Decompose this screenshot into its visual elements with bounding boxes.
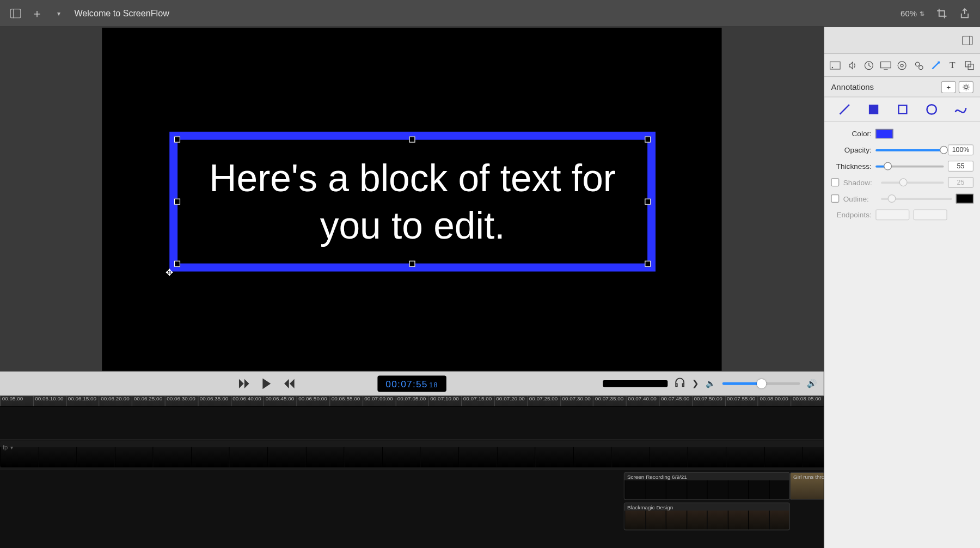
opacity-slider[interactable] xyxy=(875,149,944,151)
svg-point-11 xyxy=(919,65,923,69)
clip-main-video[interactable] xyxy=(0,441,824,467)
track-2[interactable]: Screen Recording 6/9/21 Girl runs throug… xyxy=(0,471,824,501)
tab-text[interactable]: T xyxy=(946,58,959,72)
zoom-level[interactable]: 60% ⇅ xyxy=(901,9,925,18)
track-header[interactable]: fp ▾ xyxy=(3,444,13,450)
add-action-button[interactable]: + xyxy=(941,81,956,93)
thickness-value[interactable]: 55 xyxy=(948,161,973,172)
audio-waveform-preview xyxy=(603,380,667,387)
ruler-tick[interactable]: 00:07:20:00 xyxy=(494,396,528,406)
ruler-tick[interactable]: 00:08:05:00 xyxy=(791,396,824,406)
ruler-tick[interactable]: 00:06:15:00 xyxy=(66,396,99,406)
shape-rect[interactable] xyxy=(895,102,910,117)
ruler-tick[interactable]: 00:07:25:00 xyxy=(527,396,560,406)
shape-circle[interactable] xyxy=(924,102,939,117)
skip-back-button[interactable] xyxy=(236,376,251,391)
preview-canvas[interactable]: Here's a block of text for you to edit. … xyxy=(102,28,721,371)
resize-handle-se[interactable] xyxy=(645,261,651,267)
prop-label: Shadow: xyxy=(843,178,877,186)
add-menu-chevron-icon[interactable]: ▾ xyxy=(53,7,65,19)
resize-handle-n[interactable] xyxy=(409,136,415,142)
crop-icon[interactable] xyxy=(936,7,948,19)
ruler-tick[interactable]: 00:06:35:00 xyxy=(198,396,231,406)
color-swatch[interactable] xyxy=(875,129,893,138)
thickness-slider[interactable] xyxy=(875,165,944,167)
ruler-tick[interactable]: 00:07:50:00 xyxy=(692,396,725,406)
ruler-tick[interactable]: 00:06:30:00 xyxy=(165,396,198,406)
ruler-tick[interactable]: 00:06:10:00 xyxy=(33,396,66,406)
resize-handle-sw[interactable] xyxy=(174,261,180,267)
outline-color-swatch[interactable] xyxy=(956,194,973,203)
sidebar-toggle-icon[interactable] xyxy=(9,7,21,19)
tab-screen[interactable] xyxy=(879,58,892,72)
ruler-tick[interactable]: 00:07:45:00 xyxy=(659,396,692,406)
ruler-tick[interactable]: 00:07:00:00 xyxy=(363,396,396,406)
ruler-tick[interactable]: 00:06:45:00 xyxy=(264,396,297,406)
timeline[interactable]: 00:05:0000:06:10:0000:06:15:0000:06:20:0… xyxy=(0,396,824,548)
svg-point-5 xyxy=(832,66,833,68)
shape-filled-rect[interactable] xyxy=(866,102,880,117)
shadow-checkbox[interactable] xyxy=(831,178,839,186)
next-icon[interactable]: ❯ xyxy=(692,379,699,388)
volume-low-icon[interactable]: 🔈 xyxy=(706,379,716,388)
headphones-icon[interactable] xyxy=(675,377,685,389)
svg-point-14 xyxy=(965,86,967,88)
endpoint-end-select[interactable] xyxy=(914,209,947,220)
opacity-value[interactable]: 100% xyxy=(948,144,973,155)
tab-annotations[interactable] xyxy=(929,58,942,72)
shape-curve[interactable] xyxy=(953,102,967,117)
resize-handle-ne[interactable] xyxy=(645,136,651,142)
ruler-tick[interactable]: 00:07:15:00 xyxy=(461,396,494,406)
tab-audio[interactable] xyxy=(846,58,859,72)
tab-touch[interactable] xyxy=(912,58,926,72)
clip-screen-recording[interactable]: Screen Recording 6/9/21 xyxy=(624,472,790,500)
annotation-rectangle[interactable]: Here's a block of text for you to edit. xyxy=(169,132,656,272)
ruler-tick[interactable]: 00:06:55:00 xyxy=(329,396,363,406)
resize-handle-s[interactable] xyxy=(409,261,415,267)
volume-slider[interactable] xyxy=(722,382,800,385)
track-3[interactable]: Blackmagic Design xyxy=(0,501,824,532)
outline-checkbox[interactable] xyxy=(831,194,839,203)
ruler-tick[interactable]: 00:06:25:00 xyxy=(132,396,165,406)
settings-gear-button[interactable] xyxy=(959,81,973,93)
shadow-slider[interactable] xyxy=(881,181,944,184)
panel-toggle-icon[interactable] xyxy=(961,34,973,46)
ruler-tick[interactable]: 00:06:50:00 xyxy=(297,396,330,406)
ruler-tick[interactable]: 00:08:00:00 xyxy=(758,396,791,406)
tab-video[interactable] xyxy=(829,58,842,72)
volume-high-icon[interactable]: 🔊 xyxy=(807,379,817,388)
skip-forward-button[interactable] xyxy=(282,376,297,391)
ruler-tick[interactable]: 00:07:40:00 xyxy=(626,396,659,406)
ruler-tick[interactable]: 00:07:55:00 xyxy=(725,396,758,406)
ruler-tick[interactable]: 00:07:05:00 xyxy=(395,396,428,406)
svg-point-18 xyxy=(927,105,936,114)
prop-label: Outline: xyxy=(843,194,877,203)
ruler-tick[interactable]: 00:07:35:00 xyxy=(593,396,626,406)
timeline-ruler[interactable]: 00:05:0000:06:10:0000:06:15:0000:06:20:0… xyxy=(0,396,824,407)
play-button[interactable] xyxy=(259,376,274,391)
timecode-display[interactable]: 00:07:5518 xyxy=(377,375,446,392)
shape-line[interactable] xyxy=(837,102,852,117)
clip-blackmagic[interactable]: Blackmagic Design xyxy=(624,503,790,531)
ruler-tick[interactable]: 00:05:00 xyxy=(0,396,33,406)
resize-handle-w[interactable] xyxy=(174,198,180,204)
tab-callout[interactable] xyxy=(896,58,909,72)
share-icon[interactable] xyxy=(959,7,971,19)
tab-media[interactable] xyxy=(963,58,976,72)
inspector-tabs: T xyxy=(824,54,980,77)
outline-slider[interactable] xyxy=(881,198,952,200)
clip-label: Blackmagic Design xyxy=(627,504,787,510)
ruler-tick[interactable]: 00:06:20:00 xyxy=(99,396,132,406)
resize-handle-nw[interactable] xyxy=(174,136,180,142)
clip-girl-runs[interactable]: Girl runs through the park in the xyxy=(790,472,824,500)
zoom-stepper-icon[interactable]: ⇅ xyxy=(920,10,925,16)
ruler-tick[interactable]: 00:07:30:00 xyxy=(560,396,593,406)
add-button[interactable]: ＋ xyxy=(31,7,43,19)
ruler-tick[interactable]: 00:06:40:00 xyxy=(231,396,264,406)
ruler-tick[interactable]: 00:07:10:00 xyxy=(428,396,462,406)
endpoint-start-select[interactable] xyxy=(875,209,909,220)
track-1[interactable] xyxy=(0,439,824,470)
inspector-panel: T Annotations + xyxy=(824,27,980,548)
tab-motion[interactable] xyxy=(862,58,875,72)
resize-handle-e[interactable] xyxy=(645,198,651,204)
